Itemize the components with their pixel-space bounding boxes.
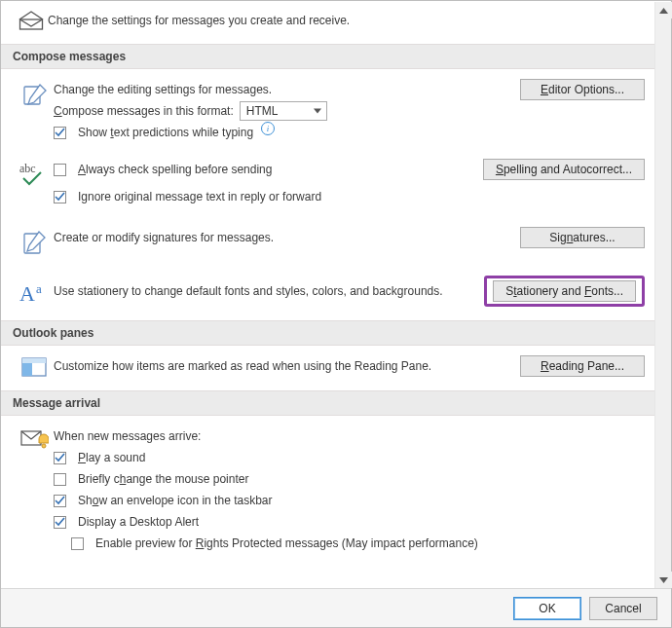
row-editing: Change the editing settings for messages…: [15, 75, 645, 147]
play-sound-label: Play a sound: [78, 451, 145, 464]
section-compose-body: Change the editing settings for messages…: [1, 69, 654, 320]
scroll-area: Change the settings for messages you cre…: [1, 1, 671, 588]
compose-format-value: HTML: [246, 104, 279, 118]
always-spellcheck-checkbox[interactable]: [54, 164, 66, 176]
section-arrival-header: Message arrival: [1, 390, 654, 416]
arrival-icon: [15, 425, 54, 451]
reading-pane-desc: Customize how items are marked as read w…: [54, 359, 431, 373]
svg-marker-11: [659, 8, 668, 14]
ok-label: OK: [539, 602, 555, 615]
section-panes-header: Outlook panes: [1, 320, 654, 346]
play-sound-checkbox[interactable]: [54, 452, 66, 464]
info-icon[interactable]: i: [261, 122, 275, 135]
stationery-fonts-button[interactable]: Stationery and Fonts...: [493, 280, 636, 302]
reading-pane-icon: [15, 355, 54, 377]
svg-rect-8: [22, 358, 46, 363]
edit-icon: [15, 79, 54, 108]
change-pointer-checkbox[interactable]: [54, 473, 66, 486]
signature-icon: [15, 227, 54, 256]
ignore-original-checkbox[interactable]: [54, 191, 66, 203]
row-stationery: A a Use stationery to change default fon…: [15, 272, 645, 311]
enable-preview-checkbox[interactable]: [71, 537, 84, 550]
spellcheck-icon: abc: [15, 159, 54, 186]
row-spelling: abc Always check spelling before sending: [15, 155, 645, 211]
desktop-alert-checkbox[interactable]: [54, 516, 66, 529]
envelope-checkbox[interactable]: [54, 495, 66, 507]
fonts-icon: A a: [15, 277, 54, 305]
svg-text:A: A: [19, 281, 35, 305]
envelope-label: Show an envelope icon in the taskbar: [78, 494, 273, 507]
cancel-label: Cancel: [605, 602, 641, 615]
desktop-alert-label: Display a Desktop Alert: [78, 515, 199, 529]
change-pointer-label: Briefly change the mouse pointer: [78, 472, 248, 486]
signatures-button[interactable]: Signatures...: [520, 227, 645, 248]
reading-pane-button[interactable]: Reading Pane...: [520, 355, 645, 377]
compose-format-combo[interactable]: HTML: [240, 101, 327, 121]
row-reading-pane: Customize how items are marked as read w…: [15, 351, 645, 381]
options-dialog: Change the settings for messages you cre…: [0, 0, 672, 628]
editor-options-button[interactable]: Editor Options...: [520, 79, 645, 100]
ok-button[interactable]: OK: [513, 597, 581, 620]
vertical-scrollbar[interactable]: [654, 2, 671, 588]
content: Change the settings for messages you cre…: [1, 1, 654, 568]
svg-text:a: a: [36, 281, 42, 296]
compose-format-label: Compose messages in this format:: [54, 104, 234, 118]
dialog-footer: OK Cancel: [1, 588, 671, 627]
intro-text: Change the settings for messages you cre…: [48, 14, 350, 27]
svg-text:abc: abc: [19, 162, 36, 175]
section-panes-body: Customize how items are marked as read w…: [1, 346, 654, 390]
always-spellcheck-label: Always check spelling before sending: [78, 163, 272, 176]
cancel-button[interactable]: Cancel: [589, 597, 657, 620]
section-compose-header: Compose messages: [1, 44, 654, 69]
row-arrival: When new messages arrive: Play a sound: [15, 422, 645, 558]
svg-point-10: [42, 444, 46, 448]
scroll-up-arrow-icon[interactable]: [655, 2, 672, 18]
show-predictions-label: Show text predictions while typing: [78, 126, 253, 139]
scroll-down-arrow-icon[interactable]: [655, 572, 672, 588]
edit-desc: Change the editing settings for messages…: [54, 83, 272, 96]
row-signatures: Create or modify signatures for messages…: [15, 223, 645, 260]
envelope-open-icon: [19, 11, 48, 30]
arrival-lead: When new messages arrive:: [54, 429, 201, 443]
show-predictions-checkbox[interactable]: [54, 127, 66, 139]
svg-marker-12: [659, 577, 668, 583]
spelling-autocorrect-button[interactable]: Spelling and Autocorrect...: [483, 159, 645, 180]
section-arrival-body: When new messages arrive: Play a sound: [1, 416, 654, 568]
enable-preview-label: Enable preview for Rights Protected mess…: [95, 536, 478, 550]
stationery-highlight: Stationery and Fonts...: [484, 276, 645, 307]
ignore-original-label: Ignore original message text in reply or…: [78, 190, 321, 203]
stationery-desc: Use stationery to change default fonts a…: [54, 284, 443, 298]
intro-row: Change the settings for messages you cre…: [1, 1, 654, 44]
signature-desc: Create or modify signatures for messages…: [54, 231, 274, 244]
